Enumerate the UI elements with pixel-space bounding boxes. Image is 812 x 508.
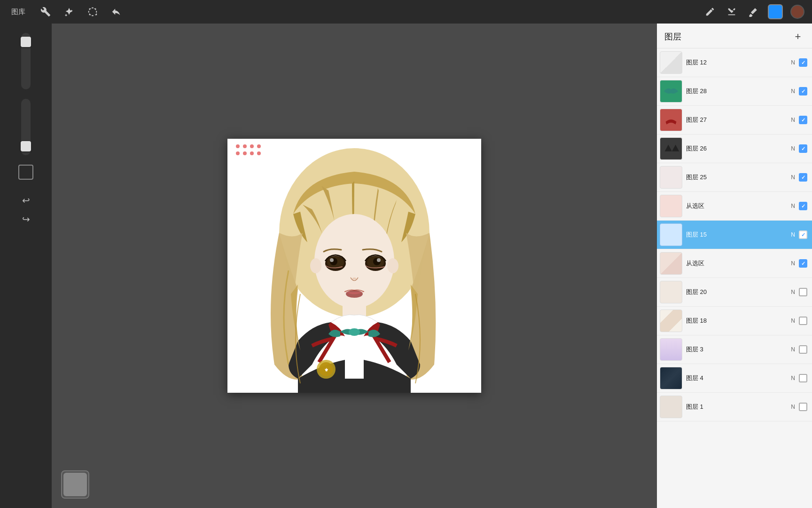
layer-item[interactable]: 图层 28N	[657, 77, 812, 106]
layer-name: 图层 3	[686, 345, 791, 354]
dot-grid	[236, 144, 262, 156]
layer-name: 图层 20	[686, 288, 791, 296]
brush-size-slider[interactable]	[21, 33, 31, 89]
brush-size-thumb[interactable]	[21, 37, 31, 47]
layer-blend-mode[interactable]: N	[791, 346, 795, 353]
undo-redo-group: ↩ ↪	[18, 193, 33, 227]
layer-thumbnail	[660, 195, 682, 217]
layer-visibility-checkbox[interactable]	[799, 202, 807, 210]
layers-panel: 图层 + 图层 12N图层 28N图层 27N图层 26N图层 25N从选区N图…	[657, 24, 812, 508]
svg-point-9	[330, 258, 334, 262]
canvas-area[interactable]: ⚜	[52, 24, 657, 508]
layer-name: 图层 12	[686, 58, 791, 67]
layer-visibility-checkbox[interactable]	[799, 173, 807, 182]
layer-thumbnail	[660, 137, 682, 160]
smudge-tool[interactable]	[725, 5, 739, 19]
layer-thumbnail	[660, 281, 682, 303]
layer-name: 图层 26	[686, 144, 791, 153]
layer-visibility-checkbox[interactable]	[799, 116, 807, 124]
svg-rect-16	[298, 379, 411, 393]
layer-visibility-checkbox[interactable]	[799, 58, 807, 67]
layer-blend-mode[interactable]: N	[791, 289, 795, 295]
layer-name: 图层 27	[686, 116, 791, 124]
selection-tool[interactable]	[86, 5, 100, 19]
opacity-slider[interactable]	[21, 99, 31, 155]
layer-blend-mode[interactable]: N	[791, 145, 795, 152]
layer-item[interactable]: 从选区N	[657, 249, 812, 278]
svg-point-17	[349, 328, 360, 336]
toolbar-right	[703, 4, 804, 19]
layer-blend-mode[interactable]: N	[791, 404, 795, 410]
layer-thumbnail	[660, 396, 682, 418]
layer-item[interactable]: 图层 26N	[657, 135, 812, 163]
layer-thumbnail	[660, 252, 682, 275]
color-swatch[interactable]	[768, 4, 783, 19]
layer-thumbnail	[660, 166, 682, 189]
layer-visibility-checkbox[interactable]	[799, 403, 807, 411]
layer-name: 从选区	[686, 202, 791, 210]
square-button[interactable]	[18, 165, 33, 180]
layer-item[interactable]: 图层 1N	[657, 393, 812, 421]
layer-thumbnail	[660, 310, 682, 332]
layers-header: 图层 +	[657, 24, 812, 48]
svg-text:⚜: ⚜	[324, 367, 328, 373]
layer-item[interactable]: 从选区N	[657, 192, 812, 221]
svg-point-4	[310, 258, 321, 273]
layer-blend-mode[interactable]: N	[791, 231, 795, 238]
undo-button[interactable]: ↩	[18, 193, 33, 208]
layer-name: 图层 1	[686, 403, 791, 411]
layer-blend-mode[interactable]: N	[791, 375, 795, 381]
layer-item[interactable]: 图层 18N	[657, 307, 812, 335]
layer-visibility-checkbox[interactable]	[799, 230, 807, 239]
layer-item[interactable]: 图层 4N	[657, 364, 812, 393]
layer-visibility-checkbox[interactable]	[799, 345, 807, 354]
layer-name: 图层 18	[686, 317, 791, 325]
layer-thumbnail	[660, 80, 682, 103]
layer-name: 图层 25	[686, 173, 791, 182]
pencil-tool[interactable]	[703, 5, 717, 19]
layer-visibility-checkbox[interactable]	[799, 374, 807, 382]
layers-panel-title: 图层	[664, 31, 681, 42]
color-picker[interactable]	[790, 5, 804, 19]
layer-item[interactable]: 图层 20N	[657, 278, 812, 307]
artwork-canvas[interactable]: ⚜	[227, 139, 481, 393]
layer-blend-mode[interactable]: N	[791, 59, 795, 66]
layer-blend-mode[interactable]: N	[791, 260, 795, 267]
layer-blend-mode[interactable]: N	[791, 117, 795, 123]
layer-blend-mode[interactable]: N	[791, 88, 795, 95]
adjustments-tool[interactable]	[62, 5, 76, 19]
left-sidebar: ↩ ↪	[0, 24, 52, 508]
add-layer-button[interactable]: +	[791, 30, 804, 43]
layer-visibility-checkbox[interactable]	[799, 144, 807, 153]
transform-tool[interactable]	[109, 5, 123, 19]
layer-name: 图层 28	[686, 87, 791, 95]
top-toolbar: 图库	[0, 0, 812, 24]
thumbnail-preview	[63, 473, 87, 496]
layer-thumbnail	[660, 51, 682, 74]
layer-name: 图层 4	[686, 374, 791, 382]
svg-point-14	[352, 278, 356, 279]
layer-visibility-checkbox[interactable]	[799, 288, 807, 296]
layer-item[interactable]: 图层 27N	[657, 106, 812, 135]
layer-blend-mode[interactable]: N	[791, 318, 795, 324]
eraser-tool[interactable]	[746, 5, 760, 19]
gallery-button[interactable]: 图库	[8, 6, 29, 18]
redo-button[interactable]: ↪	[18, 212, 33, 227]
svg-marker-21	[665, 144, 672, 151]
layer-visibility-checkbox[interactable]	[799, 317, 807, 325]
layer-item[interactable]: 图层 3N	[657, 335, 812, 364]
layer-blend-mode[interactable]: N	[791, 203, 795, 209]
layer-thumbnail	[660, 338, 682, 361]
canvas-thumbnail[interactable]	[61, 470, 89, 499]
layers-list: 图层 12N图层 28N图层 27N图层 26N图层 25N从选区N图层 15N…	[657, 48, 812, 421]
layer-blend-mode[interactable]: N	[791, 174, 795, 181]
layer-item[interactable]: 图层 15N	[657, 221, 812, 249]
artwork-svg: ⚜	[227, 139, 481, 393]
layer-visibility-checkbox[interactable]	[799, 259, 807, 268]
layer-name: 图层 15	[686, 230, 791, 239]
layer-item[interactable]: 图层 12N	[657, 48, 812, 77]
wrench-tool[interactable]	[39, 5, 53, 19]
layer-item[interactable]: 图层 25N	[657, 163, 812, 192]
opacity-thumb[interactable]	[21, 141, 31, 151]
layer-visibility-checkbox[interactable]	[799, 87, 807, 95]
